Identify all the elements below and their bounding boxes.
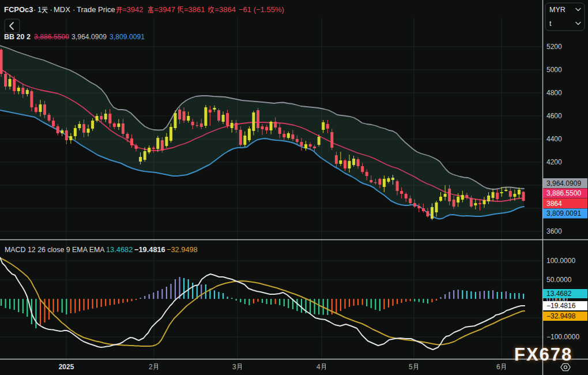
svg-text:=3942: =3942: [122, 5, 144, 14]
svg-text:50.0000: 50.0000: [546, 276, 572, 284]
svg-text:4200: 4200: [546, 158, 562, 166]
svg-text:FX678: FX678: [514, 344, 572, 365]
svg-text:t: t: [549, 20, 552, 28]
svg-text:−19.4816: −19.4816: [134, 245, 165, 254]
svg-text:2: 2: [149, 363, 153, 371]
svg-text:Trade Price: Trade Price: [77, 5, 115, 14]
svg-text:13.4682: 13.4682: [546, 290, 572, 298]
svg-text:−100.0000: −100.0000: [546, 333, 579, 341]
svg-text:3: 3: [232, 363, 236, 371]
svg-text:=3861: =3861: [184, 5, 205, 14]
svg-text:−61 (−1.55%): −61 (−1.55%): [239, 5, 284, 14]
svg-text:3864: 3864: [546, 200, 562, 208]
svg-text:3,886.5500: 3,886.5500: [34, 33, 69, 41]
svg-text:BB 20 2: BB 20 2: [4, 33, 31, 41]
svg-text:6: 6: [496, 363, 500, 371]
svg-text:3,964.0909: 3,964.0909: [546, 179, 581, 187]
svg-text:5000: 5000: [546, 66, 562, 74]
svg-text:=3947: =3947: [154, 5, 176, 14]
svg-text:13.4682: 13.4682: [106, 245, 133, 254]
svg-text:100.0000: 100.0000: [546, 257, 575, 265]
svg-text:4800: 4800: [546, 89, 562, 97]
svg-text:3,809.0091: 3,809.0091: [546, 209, 581, 217]
svg-text:4600: 4600: [546, 112, 562, 120]
svg-text:3,964.0909: 3,964.0909: [71, 33, 107, 41]
svg-text:5200: 5200: [546, 43, 562, 51]
svg-text:2025: 2025: [59, 363, 74, 371]
svg-text:·: ·: [50, 5, 52, 14]
svg-text:4: 4: [316, 363, 321, 371]
svg-text:4400: 4400: [546, 135, 562, 143]
svg-text:FCPOc3: FCPOc3: [4, 5, 33, 14]
svg-text:5: 5: [409, 363, 413, 371]
svg-text:−19.4816: −19.4816: [546, 302, 576, 310]
svg-text:MDX: MDX: [54, 5, 70, 14]
svg-text:3,809.0091: 3,809.0091: [110, 33, 145, 41]
svg-text:−32.9498: −32.9498: [546, 312, 576, 320]
svg-text:3600: 3600: [546, 227, 562, 235]
svg-text:·: ·: [33, 5, 36, 14]
svg-text:MYR: MYR: [549, 6, 566, 14]
svg-text:−32.9498: −32.9498: [167, 245, 198, 254]
svg-text:MACD 12 26 close 9 EMA EMA: MACD 12 26 close 9 EMA EMA: [5, 246, 105, 254]
svg-text:1: 1: [37, 5, 42, 14]
svg-text:3,886.5500: 3,886.5500: [546, 189, 581, 197]
svg-text:·: ·: [73, 5, 75, 14]
svg-text:=3864: =3864: [215, 5, 236, 14]
